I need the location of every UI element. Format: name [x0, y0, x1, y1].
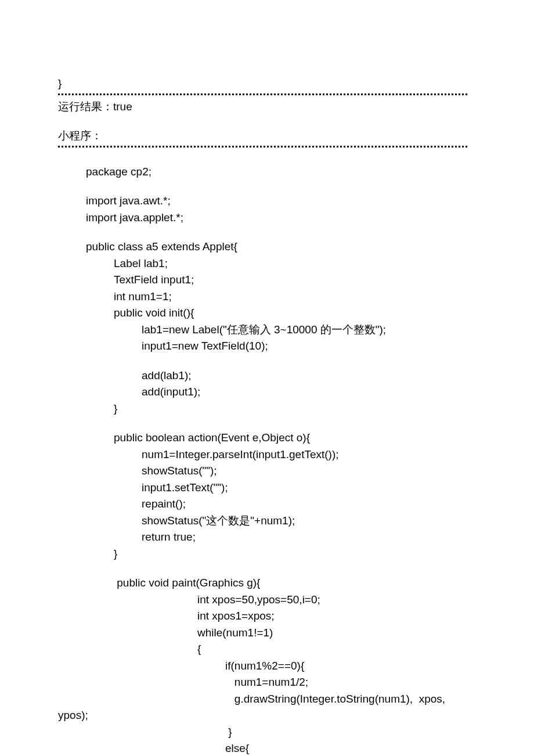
code-line: public boolean action(Event e,Object o){	[58, 430, 467, 447]
code-line: showStatus("这个数是"+num1);	[58, 513, 467, 530]
code-line: import java.applet.*;	[58, 210, 467, 226]
code-line: }	[58, 75, 467, 92]
code-line: input1=new TextField(10);	[58, 338, 467, 355]
blank-line	[58, 115, 467, 128]
code-line: }	[58, 546, 467, 563]
code-line: ypos);	[58, 707, 467, 724]
blank-line	[58, 151, 467, 164]
code-line: while(num1!=1)	[58, 625, 467, 642]
code-line: if(num1%2==0){	[58, 658, 467, 675]
code-line: int num1=1;	[58, 289, 467, 305]
code-line: num1=num1/2;	[58, 674, 467, 691]
code-line: else{	[58, 740, 467, 756]
code-line: package cp2;	[58, 164, 467, 181]
code-line: input1.setText("");	[58, 480, 467, 496]
code-line: showStatus("");	[58, 463, 467, 480]
blank-line	[58, 180, 467, 193]
code-fragment: g.drawString(Integer.toString(num1), xpo…	[58, 691, 467, 708]
blank-line	[58, 226, 467, 239]
code-line: int xpos=50,ypos=50,i=0;	[58, 592, 467, 609]
code-line: Label lab1;	[58, 255, 467, 272]
code-line: repaint();	[58, 496, 467, 513]
code-line: public class a5 extends Applet{	[58, 239, 467, 255]
code-line: public void init(){	[58, 305, 467, 322]
result-label: 运行结果：true	[58, 99, 467, 116]
section-label: 小程序：	[58, 128, 467, 145]
code-line: add(lab1);	[58, 368, 467, 384]
code-line: add(input1);	[58, 384, 467, 401]
blank-line	[58, 562, 467, 575]
code-line-wrapped: g.drawString(Integer.toString(num1), xpo…	[58, 691, 467, 708]
code-line: }	[58, 724, 467, 741]
code-line: lab1=new Label("任意输入 3~10000 的一个整数");	[58, 322, 467, 339]
code-line: }	[58, 401, 467, 417]
code-line: TextField input1;	[58, 272, 467, 289]
dotted-divider	[58, 146, 467, 147]
code-line: int xpos1=xpos;	[58, 608, 467, 625]
code-line: public void paint(Graphics g){	[58, 575, 467, 592]
blank-line	[58, 417, 467, 430]
code-line: num1=Integer.parseInt(input1.getText());	[58, 447, 467, 463]
code-line: return true;	[58, 529, 467, 546]
document-page: } 运行结果：true 小程序： package cp2; import jav…	[0, 0, 534, 756]
blank-line	[58, 355, 467, 368]
code-line: import java.awt.*;	[58, 193, 467, 210]
dotted-divider	[58, 93, 467, 95]
code-line: {	[58, 641, 467, 658]
